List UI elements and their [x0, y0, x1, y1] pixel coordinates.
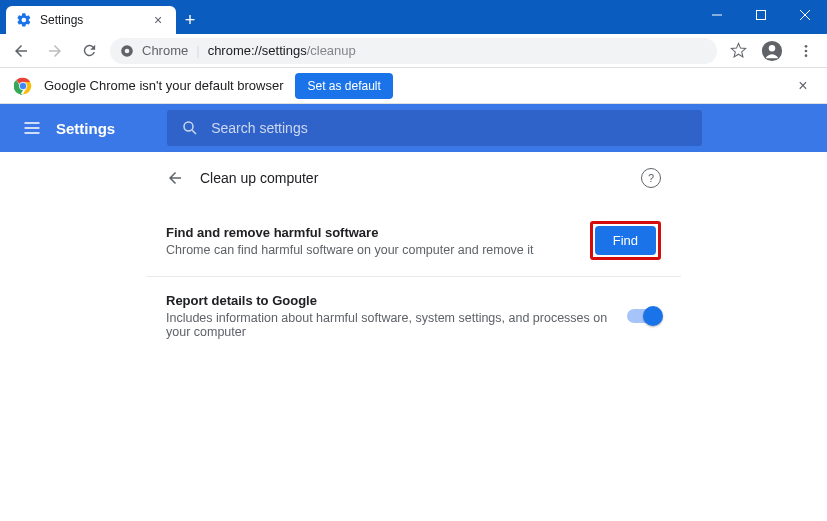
browser-tab[interactable]: Settings × — [6, 6, 176, 34]
find-button-highlight: Find — [590, 221, 661, 260]
section-title: Clean up computer — [200, 170, 318, 186]
report-toggle[interactable] — [627, 309, 661, 323]
find-button[interactable]: Find — [595, 226, 656, 255]
svg-rect-1 — [757, 11, 766, 20]
find-row-title: Find and remove harmful software — [166, 225, 590, 240]
tab-close-icon[interactable]: × — [150, 12, 166, 28]
svg-point-9 — [805, 49, 808, 52]
window-titlebar: Settings × + — [0, 0, 827, 34]
omnibox-scheme-label: Chrome — [142, 43, 188, 58]
row-find-harmful: Find and remove harmful software Chrome … — [146, 205, 681, 277]
omnibox-url: chrome://settings/cleanup — [208, 43, 356, 58]
chrome-scheme-icon — [120, 44, 134, 58]
window-close-button[interactable] — [783, 0, 827, 30]
window-maximize-button[interactable] — [739, 0, 783, 30]
search-icon — [181, 119, 199, 137]
hamburger-menu-icon[interactable] — [16, 118, 48, 138]
nav-back-button[interactable] — [8, 38, 34, 64]
settings-header: Settings Search settings — [0, 104, 827, 152]
help-icon[interactable]: ? — [641, 168, 661, 188]
settings-gear-icon — [16, 12, 32, 28]
search-settings-input[interactable]: Search settings — [167, 110, 702, 146]
nav-reload-button[interactable] — [76, 38, 102, 64]
svg-point-8 — [805, 45, 808, 48]
search-placeholder: Search settings — [211, 120, 308, 136]
browser-toolbar: Chrome | chrome://settings/cleanup — [0, 34, 827, 68]
bookmark-star-icon[interactable] — [725, 38, 751, 64]
window-minimize-button[interactable] — [695, 0, 739, 30]
omnibox-separator: | — [196, 43, 199, 58]
svg-point-14 — [184, 122, 193, 131]
profile-avatar-icon[interactable] — [759, 38, 785, 64]
svg-point-10 — [805, 54, 808, 57]
svg-point-5 — [125, 48, 130, 53]
back-arrow-icon[interactable] — [166, 169, 186, 187]
right-gutter — [681, 152, 827, 521]
report-row-title: Report details to Google — [166, 293, 617, 308]
find-row-desc: Chrome can find harmful software on your… — [166, 243, 590, 257]
svg-point-7 — [769, 45, 775, 51]
omnibox[interactable]: Chrome | chrome://settings/cleanup — [110, 38, 717, 64]
browser-menu-icon[interactable] — [793, 38, 819, 64]
toggle-knob — [643, 306, 663, 326]
set-default-button[interactable]: Set as default — [295, 73, 392, 99]
chrome-logo-icon — [14, 77, 32, 95]
row-report-details: Report details to Google Includes inform… — [146, 277, 681, 355]
left-gutter — [0, 152, 146, 521]
tab-title: Settings — [40, 13, 142, 27]
infobar-text: Google Chrome isn't your default browser — [44, 78, 283, 93]
svg-line-15 — [192, 130, 196, 134]
new-tab-button[interactable]: + — [176, 6, 204, 34]
settings-card: Clean up computer ? Find and remove harm… — [146, 152, 681, 521]
infobar-close-icon[interactable]: × — [793, 77, 813, 95]
report-row-desc: Includes information about harmful softw… — [166, 311, 617, 339]
nav-forward-button[interactable] — [42, 38, 68, 64]
default-browser-infobar: Google Chrome isn't your default browser… — [0, 68, 827, 104]
settings-brand: Settings — [56, 120, 115, 137]
